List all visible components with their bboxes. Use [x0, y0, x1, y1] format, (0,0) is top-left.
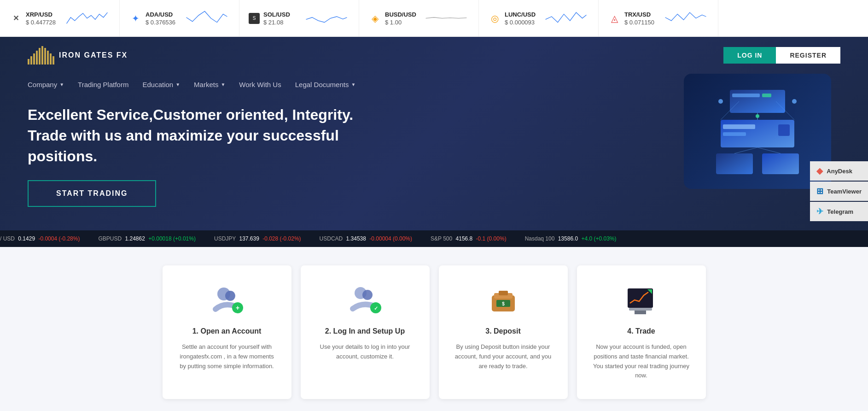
anydesk-label: AnyDesk: [827, 168, 852, 175]
svg-text:$: $: [502, 301, 505, 306]
card-1-desc: Settle an account for yourself with iron…: [176, 342, 278, 371]
nav-legal-label: Legal Documents: [295, 81, 349, 88]
header: IRON GATES FX LOG IN REGISTER: [0, 37, 868, 74]
anydesk-button[interactable]: ◆ AnyDesk: [810, 161, 868, 181]
login-setup-icon: ✓: [349, 284, 381, 316]
svg-rect-1: [732, 94, 760, 97]
ticker-item-xrp: ✕ XRP/USD $ 0.447728: [0, 0, 120, 36]
trx-icon: ◬: [608, 12, 621, 25]
lunc-icon: ◎: [488, 12, 501, 25]
xrp-info: XRP/USD $ 0.447728: [26, 11, 64, 26]
svg-point-13: [792, 99, 797, 104]
nav-company-label: Company: [28, 81, 57, 88]
logo-text: IRON GATES FX: [59, 51, 128, 59]
header-buttons: LOG IN REGISTER: [723, 47, 840, 64]
trx-name: TRX/USD: [624, 11, 663, 18]
svg-point-18: [225, 291, 235, 301]
logo-bar-6: [41, 46, 43, 65]
login-setup-icon-container: ✓: [349, 284, 381, 318]
ada-info: ADA/USD $ 0.376536: [146, 11, 184, 26]
server-visual: [693, 81, 822, 182]
card-1-title: 1. Open an Account: [176, 327, 278, 335]
card-4-desc: Now your account is funded, open positio…: [591, 342, 692, 381]
trx-price: $ 0.071150: [624, 19, 663, 26]
ticker-item-busd: ◈ BUSD/USD $ 1.00: [359, 0, 479, 36]
nav-item-markets[interactable]: Markets ▼: [194, 78, 225, 91]
sol-name: SOL/USD: [263, 11, 303, 18]
card-4-title: 4. Trade: [591, 327, 692, 335]
side-widgets: ◆ AnyDesk ⊞ TeamViewer ✈ Telegram: [810, 161, 868, 221]
cards-section: + 1. Open an Account Settle an account f…: [0, 247, 868, 411]
start-trading-button[interactable]: START TRADING: [28, 180, 156, 207]
trx-info: TRX/USD $ 0.071150: [624, 11, 663, 26]
login-button[interactable]: LOG IN: [723, 47, 776, 64]
nav-item-education[interactable]: Education ▼: [142, 78, 180, 91]
register-button[interactable]: REGISTER: [776, 47, 840, 64]
busd-price: $ 1.00: [385, 19, 423, 26]
svg-line-15: [734, 147, 757, 153]
telegram-button[interactable]: ✈ Telegram: [810, 202, 868, 221]
telegram-icon: ✈: [816, 206, 823, 217]
busd-icon: ◈: [368, 12, 381, 25]
hero-title: Excellent Service,Customer oriented, Int…: [28, 105, 387, 166]
ticker-item-trx: ◬ TRX/USD $ 0.071150: [599, 0, 718, 36]
sol-icon: S: [249, 13, 260, 24]
tick-pair-2: GBPUSD 1.24862 +0.00018 (+0.01%): [98, 235, 196, 242]
teamviewer-icon: ⊞: [816, 186, 823, 196]
svg-point-14: [756, 114, 759, 118]
card-deposit: $ 3. Deposit By using Deposit button ins…: [439, 265, 568, 399]
tick-pair-3: USDJPY 137.639 -0.028 (-0.02%): [214, 235, 301, 242]
nav-item-company[interactable]: Company ▼: [28, 78, 64, 91]
ticker-item-ada: ✦ ADA/USD $ 0.376536: [120, 0, 239, 36]
xrp-chart: [64, 9, 110, 28]
card-login-setup: ✓ 2. Log In and Setup Up Use your detail…: [301, 265, 430, 399]
svg-point-22: [362, 290, 373, 300]
svg-text:+: +: [235, 304, 239, 311]
ada-name: ADA/USD: [146, 11, 184, 18]
xrp-name: XRP/USD: [26, 11, 64, 18]
ticker-item-lunc: ◎ LUNC/USD $ 0.000093: [479, 0, 599, 36]
logo-bar-9: [50, 53, 52, 65]
nav-item-trading-platform[interactable]: Trading Platform: [78, 78, 128, 91]
ada-chart: [184, 9, 230, 28]
svg-rect-5: [723, 132, 746, 136]
svg-rect-0: [730, 90, 785, 113]
tick-pair-5: S&P 500 4156.8 -0.1 (0.00%): [431, 235, 507, 242]
ticker-item-sol: S SOL/USD $ 21.08: [239, 0, 359, 36]
deposit-icon: $: [487, 284, 519, 316]
logo-bar-3: [33, 53, 35, 65]
svg-point-12: [718, 99, 723, 104]
xrp-price: $ 0.447728: [26, 19, 64, 26]
nav-item-work-with-us[interactable]: Work With Us: [239, 78, 281, 91]
lunc-chart: [543, 9, 589, 28]
card-2-title: 2. Log In and Setup Up: [315, 327, 416, 335]
nav-education-label: Education: [142, 81, 173, 88]
logo-area: IRON GATES FX: [28, 46, 128, 65]
chevron-down-icon-4: ▼: [351, 82, 355, 87]
sol-chart: [303, 9, 350, 28]
logo-bar-2: [30, 56, 32, 65]
nav-section: IRON GATES FX LOG IN REGISTER Company ▼ …: [0, 37, 868, 230]
logo-bar-5: [39, 48, 41, 65]
nav-markets-label: Markets: [194, 81, 218, 88]
ticker-bar: ✕ XRP/USD $ 0.447728 ✦ ADA/USD $ 0.37653…: [0, 0, 868, 37]
logo-bar-1: [28, 59, 29, 65]
sol-info: SOL/USD $ 21.08: [263, 11, 303, 26]
lunc-name: LUNC/USD: [505, 11, 543, 18]
logo-bar-7: [44, 48, 46, 65]
card-3-desc: By using Deposit button inside your acco…: [453, 342, 554, 371]
svg-rect-33: [635, 311, 646, 314]
sol-price: $ 21.08: [263, 19, 303, 26]
hero-content: Excellent Service,Customer oriented, Int…: [0, 91, 414, 221]
svg-rect-11: [762, 153, 799, 174]
logo-bar-4: [36, 51, 38, 65]
xrp-icon: ✕: [9, 12, 22, 25]
chevron-down-icon-2: ▼: [175, 82, 180, 87]
tick-pair-1: / USD 0.1429 -0.0004 (-0.28%): [0, 235, 80, 242]
open-account-icon: +: [211, 284, 243, 316]
logo-bars: [28, 46, 54, 65]
teamviewer-button[interactable]: ⊞ TeamViewer: [810, 182, 868, 201]
teamviewer-label: TeamViewer: [827, 188, 862, 195]
telegram-label: Telegram: [827, 208, 853, 215]
nav-item-legal-documents[interactable]: Legal Documents ▼: [295, 78, 356, 91]
